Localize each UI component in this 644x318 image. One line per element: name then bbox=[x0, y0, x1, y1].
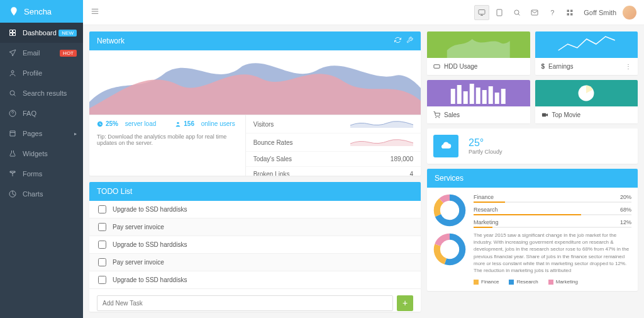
username[interactable]: Goff Smith bbox=[584, 9, 616, 16]
svg-rect-16 bbox=[570, 9, 573, 12]
services-title: Services bbox=[435, 174, 464, 183]
todo-panel: TODO List Upgrade to SSD harddisksPay se… bbox=[89, 182, 421, 312]
nav-icon bbox=[9, 190, 16, 198]
add-task-button[interactable]: + bbox=[397, 295, 413, 311]
svg-rect-22 bbox=[451, 89, 455, 104]
dashboard-icon bbox=[97, 121, 103, 127]
search-icon[interactable] bbox=[509, 5, 525, 20]
todo-checkbox[interactable] bbox=[98, 223, 106, 231]
sales-card[interactable]: Sales bbox=[427, 80, 530, 123]
brand[interactable]: Sencha bbox=[0, 0, 83, 23]
tablet-icon[interactable] bbox=[492, 5, 507, 20]
movie-card[interactable]: Top Movie bbox=[535, 80, 638, 123]
sidebar-item-forms[interactable]: Forms bbox=[0, 164, 83, 184]
services-panel: Services bbox=[427, 169, 638, 291]
sidebar: Sencha DashboardNEWEmailHOTProfileSearch… bbox=[0, 0, 83, 318]
desktop-icon[interactable] bbox=[474, 5, 489, 20]
sidebar-item-widgets[interactable]: Widgets bbox=[0, 144, 83, 164]
mail-icon[interactable] bbox=[527, 5, 542, 20]
svg-rect-25 bbox=[470, 84, 474, 104]
service-row: Finance20% bbox=[474, 194, 631, 203]
add-task-input[interactable] bbox=[97, 295, 393, 311]
todo-checkbox[interactable] bbox=[98, 276, 106, 284]
nav-icon bbox=[9, 130, 16, 137]
hamburger-icon[interactable] bbox=[91, 7, 99, 18]
svg-rect-24 bbox=[464, 91, 468, 104]
todo-item: Pay server invoice bbox=[89, 219, 421, 236]
svg-rect-23 bbox=[457, 85, 462, 104]
sidebar-item-profile[interactable]: Profile bbox=[0, 63, 83, 83]
svg-rect-34 bbox=[541, 113, 545, 117]
services-donut-2 bbox=[433, 233, 466, 266]
brand-icon bbox=[9, 6, 19, 16]
svg-rect-29 bbox=[495, 93, 499, 104]
nav: DashboardNEWEmailHOTProfileSearch result… bbox=[0, 23, 83, 204]
weather-widget: 25° Partly Cloudy bbox=[427, 128, 638, 164]
svg-rect-30 bbox=[501, 89, 506, 104]
svg-rect-20 bbox=[434, 65, 440, 69]
hdd-card[interactable]: HDD Usage bbox=[427, 31, 530, 75]
svg-point-1 bbox=[10, 91, 14, 95]
avatar[interactable] bbox=[623, 6, 636, 20]
svg-point-19 bbox=[177, 122, 179, 123]
network-row: Bounce Rates bbox=[245, 133, 421, 152]
svg-rect-28 bbox=[489, 86, 493, 104]
todo-item: Upgrade to SSD harddisks bbox=[89, 236, 421, 254]
svg-point-12 bbox=[514, 10, 519, 14]
svg-rect-15 bbox=[567, 9, 570, 12]
sidebar-item-charts[interactable]: Charts bbox=[0, 184, 83, 204]
svg-rect-26 bbox=[476, 88, 480, 104]
sidebar-item-email[interactable]: EmailHOT bbox=[0, 43, 83, 63]
help-icon[interactable]: ? bbox=[545, 5, 560, 20]
nav-icon bbox=[9, 49, 16, 57]
online-users-stat: 156 online users bbox=[175, 120, 235, 127]
hdd-icon bbox=[433, 63, 440, 70]
service-row: Marketing12% bbox=[474, 219, 631, 228]
services-donut-1 bbox=[433, 194, 466, 227]
svg-rect-17 bbox=[567, 13, 570, 16]
sidebar-item-pages[interactable]: Pages▸ bbox=[0, 123, 83, 144]
dollar-icon: $ bbox=[541, 63, 545, 70]
hdd-label: HDD Usage bbox=[444, 63, 477, 70]
todo-title: TODO List bbox=[97, 187, 132, 196]
network-row: Broken Links4 bbox=[245, 167, 421, 176]
sidebar-item-dashboard[interactable]: DashboardNEW bbox=[0, 23, 83, 43]
earnings-label: Earnings bbox=[548, 63, 573, 70]
svg-marker-35 bbox=[546, 113, 548, 116]
nav-badge: NEW bbox=[58, 30, 77, 37]
svg-line-13 bbox=[518, 14, 520, 16]
services-legend: Finance Research Marketing bbox=[474, 279, 631, 285]
todo-item: Upgrade to SSD harddisks bbox=[89, 201, 421, 219]
earnings-menu-icon[interactable]: ⋮ bbox=[625, 63, 631, 70]
sidebar-item-faq[interactable]: FAQ bbox=[0, 103, 83, 123]
nav-icon bbox=[9, 170, 16, 178]
server-load-stat: 25% server load bbox=[97, 120, 156, 127]
refresh-icon[interactable] bbox=[394, 37, 401, 45]
svg-rect-27 bbox=[482, 90, 487, 104]
network-tip: Tip: Download the analytics mobile app f… bbox=[97, 133, 238, 146]
cart-icon bbox=[433, 111, 440, 118]
svg-rect-8 bbox=[479, 9, 485, 14]
todo-checkbox[interactable] bbox=[98, 258, 106, 266]
nav-icon bbox=[9, 110, 16, 117]
network-chart bbox=[89, 50, 421, 115]
network-panel: Network bbox=[89, 31, 421, 176]
svg-rect-18 bbox=[570, 13, 573, 16]
earnings-sparkline bbox=[535, 31, 638, 58]
weather-cond: Partly Cloudy bbox=[469, 149, 502, 155]
nav-icon bbox=[9, 89, 16, 97]
svg-point-0 bbox=[11, 71, 14, 73]
svg-point-31 bbox=[436, 117, 436, 118]
todo-checkbox[interactable] bbox=[98, 241, 106, 249]
chevron-right-icon: ▸ bbox=[74, 131, 77, 137]
earnings-card[interactable]: $ Earnings ⋮ bbox=[535, 31, 638, 75]
todo-item: Upgrade to SSD harddisks bbox=[89, 271, 421, 289]
todo-checkbox[interactable] bbox=[98, 205, 106, 213]
sales-label: Sales bbox=[444, 111, 460, 118]
nav-icon bbox=[9, 29, 16, 37]
wrench-icon[interactable] bbox=[406, 37, 413, 45]
grid-icon[interactable] bbox=[562, 5, 577, 20]
sidebar-item-search-results[interactable]: Search results bbox=[0, 83, 83, 103]
user-icon bbox=[175, 121, 181, 127]
network-row: Visitors bbox=[245, 115, 421, 133]
